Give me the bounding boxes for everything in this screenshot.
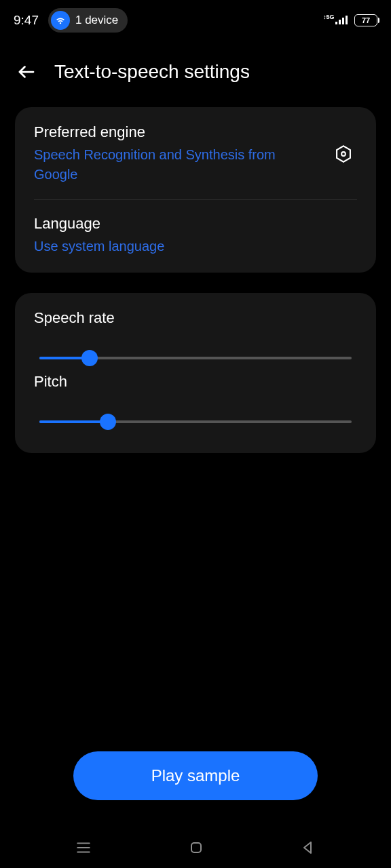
svg-point-7	[341, 152, 346, 156]
battery-icon: 77	[354, 14, 377, 26]
battery-level: 77	[362, 16, 370, 24]
device-chip[interactable]: 1 device	[48, 8, 128, 33]
svg-marker-12	[304, 842, 311, 853]
svg-rect-4	[346, 16, 348, 24]
back-icon[interactable]	[16, 62, 37, 82]
preferred-engine-row[interactable]: Preferred engine Speech Recognition and …	[34, 123, 357, 184]
status-bar: 9:47 1 device ↕5G 77	[0, 0, 391, 41]
svg-rect-3	[342, 18, 344, 24]
page-title: Text-to-speech settings	[54, 61, 250, 83]
wifi-icon	[51, 11, 70, 30]
status-time: 9:47	[14, 13, 39, 28]
speech-rate-thumb[interactable]	[81, 350, 98, 366]
pitch-slider[interactable]	[39, 420, 352, 423]
sliders-card: Speech rate Pitch	[15, 293, 376, 453]
speech-rate-label: Speech rate	[34, 309, 357, 327]
preferred-engine-subtitle: Speech Recognition and Synthesis from Go…	[34, 145, 322, 184]
gear-icon[interactable]	[330, 140, 357, 167]
device-chip-label: 1 device	[75, 14, 118, 27]
pitch-thumb[interactable]	[100, 414, 116, 430]
svg-marker-6	[337, 146, 350, 161]
language-title: Language	[34, 215, 357, 233]
svg-rect-2	[339, 20, 341, 24]
home-icon[interactable]	[188, 840, 204, 856]
play-sample-button[interactable]: Play sample	[73, 751, 318, 800]
preferred-engine-title: Preferred engine	[34, 123, 322, 141]
svg-rect-11	[191, 843, 201, 852]
language-row[interactable]: Language Use system language	[34, 215, 357, 256]
pitch-label: Pitch	[34, 373, 357, 391]
header: Text-to-speech settings	[0, 41, 391, 107]
language-subtitle: Use system language	[34, 237, 357, 256]
divider	[34, 199, 357, 200]
engine-card: Preferred engine Speech Recognition and …	[15, 107, 376, 273]
svg-text:↕5G: ↕5G	[323, 14, 335, 20]
back-nav-icon[interactable]	[300, 840, 316, 856]
nav-bar	[0, 827, 391, 868]
recent-apps-icon[interactable]	[75, 839, 92, 856]
network-icon: ↕5G	[323, 14, 350, 28]
svg-rect-1	[335, 22, 337, 24]
pitch-fill	[39, 420, 108, 423]
speech-rate-slider[interactable]	[39, 357, 352, 359]
